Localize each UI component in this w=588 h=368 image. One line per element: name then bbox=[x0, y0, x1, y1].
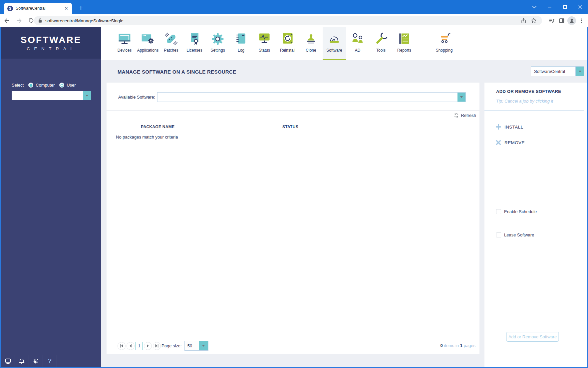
first-page-button[interactable] bbox=[118, 342, 126, 350]
lock-icon[interactable] bbox=[38, 18, 42, 23]
enable-schedule-checkbox[interactable] bbox=[496, 209, 501, 214]
last-page-button[interactable] bbox=[153, 342, 161, 350]
nav-label: Devices bbox=[118, 48, 132, 53]
logo-line1: SOFTWARE bbox=[21, 35, 82, 45]
content-area: MANAGE SOFTWARE ON A SINGLE RESOURCE Sof… bbox=[101, 60, 587, 367]
nav-item-log[interactable]: Log bbox=[229, 27, 253, 60]
remote-desktop-icon[interactable] bbox=[1, 355, 15, 367]
nav-item-devices[interactable]: Devices bbox=[113, 27, 136, 60]
tab-title: SoftwareCentral bbox=[16, 6, 63, 11]
nav-item-reports[interactable]: Reports bbox=[393, 27, 416, 60]
softwarecentral-favicon-icon: S bbox=[7, 6, 13, 11]
context-dropdown-button[interactable] bbox=[575, 67, 584, 76]
enable-schedule-label[interactable]: Enable Schedule bbox=[504, 209, 537, 214]
nav-item-settings[interactable]: Settings bbox=[206, 27, 229, 60]
forward-icon[interactable] bbox=[14, 16, 24, 26]
next-page-button[interactable] bbox=[144, 342, 152, 350]
page-title: MANAGE SOFTWARE ON A SINGLE RESOURCE bbox=[118, 69, 236, 75]
nav-item-ad[interactable]: AD bbox=[346, 27, 369, 60]
nav-item-software[interactable]: Software bbox=[323, 27, 346, 60]
radio-user-label[interactable]: User bbox=[67, 83, 76, 88]
applications-icon bbox=[141, 32, 155, 46]
nav-item-reinstall[interactable]: Reinstall bbox=[276, 27, 299, 60]
add-or-remove-software-button[interactable]: Add or Remove Software bbox=[506, 332, 559, 342]
remove-action[interactable]: REMOVE bbox=[495, 140, 525, 146]
divider bbox=[107, 110, 479, 111]
nav-item-shopping[interactable]: Shopping bbox=[433, 27, 456, 60]
context-dropdown[interactable]: SoftwareCentral bbox=[531, 66, 584, 76]
profile-avatar[interactable] bbox=[567, 16, 576, 25]
side-panel-icon[interactable] bbox=[557, 16, 567, 25]
page-size-dropdown-button[interactable] bbox=[199, 341, 208, 350]
browser-tab[interactable]: S SoftwareCentral ✕ bbox=[4, 3, 72, 14]
minimize-button[interactable] bbox=[542, 0, 557, 14]
lease-software-option: Lease Software bbox=[496, 232, 534, 237]
summary-pages: 1 bbox=[460, 343, 462, 348]
tools-icon bbox=[374, 32, 388, 46]
close-button[interactable] bbox=[573, 0, 588, 14]
lease-software-checkbox[interactable] bbox=[496, 232, 501, 237]
table-empty-message: No packages match your criteria bbox=[116, 135, 178, 140]
bookmark-star-icon[interactable] bbox=[529, 16, 539, 25]
url-text[interactable]: softwarecentral/ManageSoftwareSingle bbox=[45, 18, 519, 23]
current-page-input[interactable] bbox=[136, 342, 143, 350]
resource-dropdown-button[interactable] bbox=[83, 91, 91, 100]
nav-label: Log bbox=[238, 48, 244, 53]
caret-down-icon bbox=[579, 71, 581, 72]
install-label: INSTALL bbox=[504, 125, 523, 130]
column-header-package-name: PACKAGE NAME bbox=[141, 125, 174, 129]
sidebar-footer: ? bbox=[1, 355, 57, 367]
nav-item-applications[interactable]: Applications bbox=[136, 27, 159, 60]
refresh-button[interactable]: Refresh bbox=[454, 113, 476, 118]
caret-down-icon bbox=[86, 95, 88, 97]
available-software-combobox bbox=[157, 92, 466, 102]
tab-search-chevron-icon[interactable] bbox=[527, 0, 542, 14]
nav-label: Licenses bbox=[186, 48, 202, 53]
notifications-bell-icon[interactable] bbox=[15, 355, 29, 367]
top-navigation: Devices Applications Patches Licenses Se… bbox=[101, 27, 587, 60]
radio-user[interactable] bbox=[59, 83, 64, 88]
x-icon bbox=[495, 140, 501, 146]
available-software-input[interactable] bbox=[157, 93, 457, 102]
add-remove-panel: ADD OR REMOVE SOFTWARE Tip: Cancel a job… bbox=[484, 83, 587, 367]
nav-item-licenses[interactable]: Licenses bbox=[183, 27, 206, 60]
new-tab-button[interactable]: + bbox=[76, 3, 86, 13]
status-icon bbox=[257, 32, 272, 46]
install-action[interactable]: INSTALL bbox=[495, 124, 523, 130]
tab-close-icon[interactable]: ✕ bbox=[63, 5, 69, 11]
menu-kebab-icon[interactable] bbox=[577, 16, 587, 25]
plus-icon bbox=[495, 124, 501, 130]
back-icon[interactable] bbox=[2, 16, 12, 26]
share-icon[interactable] bbox=[519, 16, 529, 25]
radio-computer-label[interactable]: Computer bbox=[36, 83, 55, 88]
settings-gear-icon[interactable] bbox=[29, 355, 43, 367]
page-size-label: Page size: bbox=[161, 343, 182, 348]
media-controls-icon[interactable] bbox=[547, 16, 557, 25]
nav-item-tools[interactable]: Tools bbox=[369, 27, 393, 60]
browser-titlebar: S SoftwareCentral ✕ + bbox=[0, 0, 588, 14]
software-list-card: Available Software: Refresh PACKAGE NAME… bbox=[107, 83, 479, 354]
pagination bbox=[118, 342, 162, 350]
resource-input[interactable] bbox=[12, 91, 83, 100]
nav-item-clone[interactable]: Clone bbox=[299, 27, 323, 60]
panel-title: ADD OR REMOVE SOFTWARE bbox=[496, 89, 561, 94]
available-software-label: Available Software: bbox=[116, 95, 155, 100]
address-bar[interactable]: softwarecentral/ManageSoftwareSingle bbox=[34, 16, 542, 25]
toolbar-right-group bbox=[547, 16, 587, 25]
page-size-dropdown[interactable]: 50 bbox=[184, 341, 208, 351]
column-header-status: STATUS bbox=[282, 125, 298, 129]
lease-software-label[interactable]: Lease Software bbox=[504, 232, 534, 237]
browser-window: S SoftwareCentral ✕ + bbox=[0, 0, 588, 368]
maximize-button[interactable] bbox=[557, 0, 573, 14]
previous-page-button[interactable] bbox=[127, 342, 135, 350]
caret-down-icon bbox=[202, 345, 205, 347]
resource-combobox bbox=[12, 91, 91, 100]
available-software-dropdown-button[interactable] bbox=[457, 93, 465, 102]
devices-icon bbox=[117, 32, 132, 46]
settings-icon bbox=[210, 32, 225, 46]
reports-icon bbox=[397, 32, 412, 46]
nav-item-status[interactable]: Status bbox=[253, 27, 276, 60]
nav-item-patches[interactable]: Patches bbox=[159, 27, 183, 60]
radio-computer[interactable] bbox=[28, 83, 33, 88]
help-icon[interactable]: ? bbox=[43, 355, 57, 367]
